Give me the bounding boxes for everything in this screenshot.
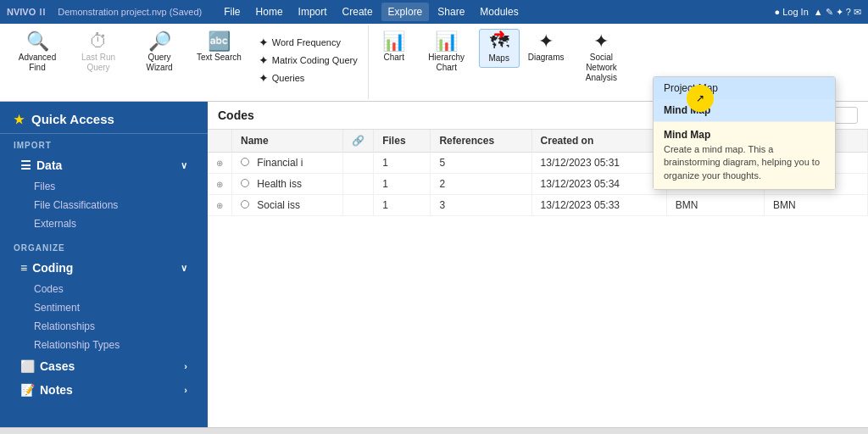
menu-home[interactable]: Home (249, 3, 290, 21)
social-network-label: Social Network Analysis (577, 53, 625, 83)
sidebar-import-section: IMPORT ☰ Data ∨ Files File Classificatio… (0, 134, 208, 236)
sidebar-cases-item[interactable]: ⬜ Cases › (14, 354, 194, 378)
sidebar-coding-item[interactable]: ≡ Coding ∨ (14, 256, 194, 280)
coding-label: Coding (32, 261, 73, 275)
menu-explore[interactable]: Explore (381, 3, 430, 21)
hierarchy-chart-icon: 📊 (435, 32, 458, 51)
sidebar-file-classifications-item[interactable]: File Classifications (14, 196, 194, 214)
cursor-indicator: ↗ (687, 85, 714, 112)
row-files-3: 1 (374, 195, 431, 216)
matrix-label: Matrix Coding Query (272, 55, 358, 65)
row-expand-3[interactable]: ⊕ (208, 195, 232, 216)
sidebar-codes-item[interactable]: Codes (14, 280, 194, 298)
organize-label: ORGANIZE (14, 243, 194, 253)
chart-label: Chart (383, 53, 403, 63)
menu-share[interactable]: Share (431, 3, 471, 21)
quick-access-label: Quick Access (31, 112, 114, 126)
horizontal-scrollbar[interactable] (0, 427, 868, 434)
last-run-query-button[interactable]: ⏱ Last Run Query (70, 29, 127, 76)
sidebar-relationships-item[interactable]: Relationships (14, 317, 194, 336)
row-files-1: 1 (374, 153, 431, 174)
word-freq-label: Word Frequency (272, 37, 341, 47)
advanced-find-label: Advanced Find (14, 53, 61, 73)
quick-access-icon: ★ (14, 113, 25, 126)
col-references: References (431, 130, 531, 153)
mind-map-item[interactable]: Mind Map (654, 99, 835, 121)
project-map-item[interactable]: Project Map (654, 77, 835, 99)
sidebar-relationship-types-item[interactable]: Relationship Types (14, 336, 194, 354)
advanced-find-button[interactable]: 🔍 Advanced Find (8, 29, 66, 76)
menu-import[interactable]: Import (292, 3, 334, 21)
row-refs-1: 5 (431, 153, 531, 174)
row-files-2: 1 (374, 174, 431, 195)
sidebar-organize-section: ORGANIZE ≡ Coding ∨ Codes Sentiment Rela… (0, 236, 208, 405)
last-run-icon: ⏱ (89, 32, 108, 51)
ribbon-visualize-buttons: 📊 Chart 📊 Hierarchy Chart 🗺 Maps ➜ ✦ Dia… (374, 29, 631, 96)
hierarchy-chart-button[interactable]: 📊 Hierarchy Chart (418, 29, 476, 76)
ribbon-find-buttons: 🔍 Advanced Find ⏱ Last Run Query 🔎 Query… (8, 29, 363, 96)
queries-label: Queries (272, 73, 305, 83)
sidebar-files-item[interactable]: Files (14, 177, 194, 196)
queries-btn[interactable]: ✦ Queries (253, 70, 363, 86)
ribbon-find-group: 🔍 Advanced Find ⏱ Last Run Query 🔎 Query… (3, 25, 369, 99)
log-in-link[interactable]: ● Log In (774, 7, 808, 17)
data-icon: ☰ (20, 159, 31, 172)
tooltip-title: Mind Map (664, 129, 825, 141)
menu-create[interactable]: Create (336, 3, 380, 21)
row-circle-2 (241, 179, 249, 187)
last-run-label: Last Run Query (75, 53, 122, 73)
word-frequency-btn[interactable]: ✦ Word Frequency (253, 34, 363, 51)
sidebar-externals-item[interactable]: Externals (14, 214, 194, 233)
sidebar-sentiment-item[interactable]: Sentiment (14, 298, 194, 317)
notes-label: Notes (40, 383, 73, 397)
chart-button[interactable]: 📊 Chart (374, 29, 415, 66)
diagrams-button[interactable]: ✦ Diagrams (523, 29, 570, 66)
maps-dropdown[interactable]: Project Map Mind Map Mind Map Create a m… (653, 76, 836, 190)
diagrams-label: Diagrams (528, 53, 565, 63)
row-circle-1 (241, 158, 249, 166)
row-expand-1[interactable]: ⊕ (208, 153, 232, 174)
sidebar-notes-item[interactable]: 📝 Notes › (14, 378, 194, 402)
row-circle-3 (241, 200, 249, 209)
maps-button[interactable]: 🗺 Maps ➜ (479, 29, 520, 68)
row-name-3: Social iss (232, 195, 343, 216)
hierarchy-chart-label: Hierarchy Chart (423, 53, 470, 73)
row-expand-2[interactable]: ⊕ (208, 174, 232, 195)
menu-modules[interactable]: Modules (473, 3, 525, 21)
app-title: NVIVO ⁞⁞ (7, 7, 46, 18)
row-name-2: Health iss (232, 174, 343, 195)
row-name-1: Financial i (232, 153, 343, 174)
notes-chevron: › (184, 385, 187, 395)
menu-file[interactable]: File (217, 3, 247, 21)
advanced-find-icon: 🔍 (26, 32, 49, 51)
social-network-icon: ✦ (593, 32, 609, 51)
coding-icon: ≡ (20, 261, 27, 275)
queries-icon: ✦ (259, 71, 269, 85)
row-modified-3: BMN (765, 195, 868, 216)
col-created-on: Created on (531, 130, 666, 153)
query-wizard-label: Query Wizard (136, 53, 183, 73)
row-refs-2: 2 (431, 174, 531, 195)
matrix-icon: ✦ (259, 53, 269, 67)
data-label: Data (36, 159, 62, 172)
ribbon-visualize-group: 📊 Chart 📊 Hierarchy Chart 🗺 Maps ➜ ✦ Dia… (369, 25, 636, 99)
query-wizard-button[interactable]: 🔎 Query Wizard (131, 29, 188, 76)
col-files: Files (374, 130, 431, 153)
col-expand (208, 130, 232, 153)
notes-icon: 📝 (20, 383, 35, 397)
import-label: IMPORT (14, 141, 194, 150)
row-refs-3: 3 (431, 195, 531, 216)
cases-icon: ⬜ (20, 359, 35, 373)
matrix-coding-btn[interactable]: ✦ Matrix Coding Query (253, 52, 363, 69)
menu-icons: ▲ ✎ ✦ ? ✉ (814, 7, 861, 18)
row-created-1: 13/12/2023 05:31 (531, 153, 666, 174)
text-search-button[interactable]: 🔤 Text Search (192, 29, 247, 66)
diagrams-icon: ✦ (538, 32, 554, 51)
sidebar-data-item[interactable]: ☰ Data ∨ (14, 153, 194, 177)
ribbon-small-queries: ✦ Word Frequency ✦ Matrix Coding Query ✦… (253, 29, 363, 86)
app-icon: ⁞⁞ (39, 7, 46, 18)
table-row[interactable]: ⊕ Social iss 1 3 13/12/2023 05:33 BMN BM… (208, 195, 868, 216)
row-createdby-3: BMN (666, 195, 764, 216)
row-link-2 (343, 174, 374, 195)
social-network-button[interactable]: ✦ Social Network Analysis (572, 29, 630, 86)
